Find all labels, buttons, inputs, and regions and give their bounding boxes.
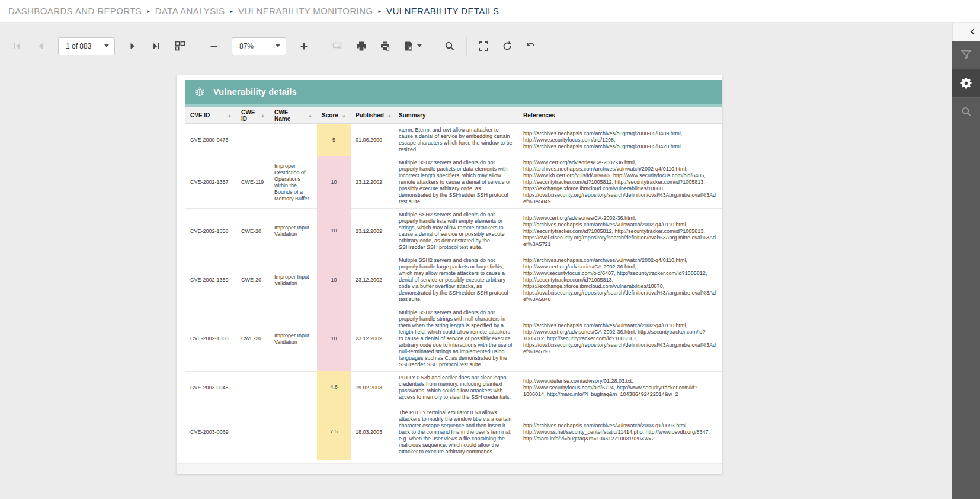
table-row: CVE-2003-0069 7.5 18.03.2003 The PuTTY t… (185, 404, 722, 460)
cell-published: 23.12.2002 (351, 156, 394, 208)
cell-published: 23.12.2002 (351, 306, 394, 371)
column-header-cve-id[interactable]: CVE ID ▲ (185, 107, 236, 123)
column-label: Published (356, 112, 384, 119)
cell-summary: xterm, Eterm, and rxvt allow an attacker… (394, 124, 518, 156)
column-header-score[interactable]: Score ▲ (317, 107, 351, 123)
search-panel-button[interactable] (952, 98, 980, 126)
cell-cwe-id (236, 371, 270, 404)
cell-published: 19.02.2003 (351, 371, 394, 404)
cell-cve-id: CVE-2002-1358 (185, 208, 236, 254)
cell-cve-id: CVE-2002-1359 (185, 254, 236, 306)
next-page-button[interactable] (123, 36, 143, 56)
selection-tool-button[interactable] (328, 36, 348, 56)
cell-cve-id: CVE-2003-0048 (185, 371, 236, 404)
zoom-level-selector[interactable]: 87% (232, 37, 286, 55)
cell-score: 4.6 (317, 371, 351, 404)
fullscreen-button[interactable] (473, 36, 494, 56)
last-page-button[interactable] (146, 36, 166, 56)
cell-cve-id: CVE-2003-0069 (185, 404, 236, 460)
cell-cwe-name: Improper Restriction of Operations withi… (270, 156, 317, 208)
table-title-bar: Vulnerability details (185, 80, 722, 104)
cell-cwe-name (270, 404, 317, 460)
cell-summary: Multiple SSH2 servers and clients do not… (394, 156, 518, 208)
toolbar-separator (321, 37, 321, 56)
page-selector-value: 1 of 883 (66, 42, 91, 50)
zoom-in-button[interactable] (294, 36, 314, 56)
print-layout-button[interactable] (375, 36, 395, 56)
column-label: References (523, 112, 555, 119)
breadcrumb-separator-icon: ▸ (230, 8, 233, 14)
caret-down-icon (417, 44, 422, 47)
breadcrumb-item-vulnerability-monitoring[interactable]: VULNERABILITY MONITORING (238, 6, 373, 16)
breadcrumb: DASHBOARDS AND REPORTS ▸ DATA ANALYSIS ▸… (0, 0, 980, 23)
cell-cwe-id: CWE-119 (236, 156, 270, 208)
toolbar-separator (197, 37, 197, 56)
multipage-view-button[interactable] (170, 36, 190, 56)
sort-ascending-icon: ▲ (338, 113, 346, 117)
cell-score: 10 (317, 208, 351, 254)
collapse-panel-icon[interactable] (969, 28, 976, 35)
table-row: CVE-2002-1357 CWE-119 Improper Restricti… (185, 156, 722, 208)
panel-collapse-bar (952, 23, 980, 41)
toolbar-separator (433, 37, 433, 56)
vulnerability-table: Vulnerability details CVE ID ▲ CWE ID ▲ … (185, 80, 722, 474)
export-button[interactable] (399, 36, 426, 56)
caret-down-icon (104, 44, 109, 47)
column-header-summary: Summary (394, 107, 518, 123)
cell-cwe-id (236, 404, 270, 460)
cell-published: 23.12.2002 (351, 208, 394, 254)
toolbar-separator (466, 37, 467, 56)
cell-score: 10 (317, 306, 351, 371)
cell-cwe-name (270, 371, 317, 404)
print-button[interactable] (351, 36, 371, 56)
table-row: CVE-2002-1360 CWE-20 Improper Input Vali… (185, 306, 722, 371)
breadcrumb-item-dashboards[interactable]: DASHBOARDS AND REPORTS (8, 6, 142, 16)
column-label: CWE ID (241, 109, 257, 122)
cell-references: http://archives.neohapsis.com/archives/v… (518, 254, 722, 306)
breadcrumb-item-vulnerability-details: VULNERABILITY DETAILS (386, 6, 499, 16)
cell-summary: Multiple SSH2 servers and clients do not… (394, 254, 518, 306)
column-label: Summary (399, 112, 426, 119)
cell-score: 10 (317, 156, 351, 208)
filter-panel-button[interactable] (952, 41, 980, 69)
column-header-cwe-id[interactable]: CWE ID ▲ (236, 107, 270, 123)
cell-references: http://www.cert.org/advisories/CA-2002-3… (518, 208, 722, 254)
cell-cwe-name (270, 124, 317, 156)
column-label: Score (322, 112, 338, 119)
cell-cwe-id: CWE-20 (236, 254, 270, 306)
zoom-out-button[interactable] (204, 36, 224, 56)
cell-summary: The PuTTY terminal emulator 0.53 allows … (394, 404, 518, 460)
table-row: CVE-2002-1358 CWE-20 Improper Input Vali… (185, 208, 722, 254)
cell-references: http://www.idefense.com/advisory/01.28.0… (518, 371, 722, 404)
column-header-cwe-name[interactable]: CWE Name ▲ (270, 107, 317, 123)
first-page-button[interactable] (7, 36, 27, 56)
column-header-published[interactable]: Published ▲ (351, 107, 394, 123)
side-panel-rail (952, 23, 980, 499)
back-button[interactable] (521, 36, 541, 56)
sort-ascending-icon: ▲ (257, 113, 265, 117)
cell-published: 01.06.2000 (351, 124, 394, 156)
cell-cwe-id: CWE-20 (236, 208, 270, 254)
side-panel (952, 41, 980, 499)
refresh-button[interactable] (497, 36, 517, 56)
table-title: Vulnerability details (213, 87, 297, 97)
sort-ascending-icon: ▲ (305, 113, 312, 117)
column-header-references: References (518, 107, 722, 123)
breadcrumb-item-data-analysis[interactable]: DATA ANALYSIS (155, 6, 225, 16)
table-header-row: CVE ID ▲ CWE ID ▲ CWE Name ▲ Score ▲ Pub… (185, 107, 722, 124)
cell-score: 5 (317, 124, 351, 156)
report-page-footer (177, 463, 722, 474)
cell-references: http://www.cert.org/advisories/CA-2002-3… (518, 156, 722, 208)
cell-summary: PuTTY 0.53b and earlier does not clear l… (394, 371, 518, 404)
cell-score: 10 (317, 254, 351, 306)
breadcrumb-separator-icon: ▸ (147, 8, 150, 14)
breadcrumb-separator-icon: ▸ (379, 8, 382, 14)
settings-panel-button[interactable] (952, 69, 980, 98)
search-button[interactable] (440, 36, 460, 56)
page-selector[interactable]: 1 of 883 (58, 37, 115, 55)
cell-cwe-id (236, 124, 270, 156)
cell-cve-id: CVE-2002-1360 (185, 306, 236, 371)
sort-ascending-icon: ▲ (384, 113, 392, 117)
report-page: Vulnerability details CVE ID ▲ CWE ID ▲ … (177, 75, 722, 474)
previous-page-button[interactable] (30, 36, 50, 56)
